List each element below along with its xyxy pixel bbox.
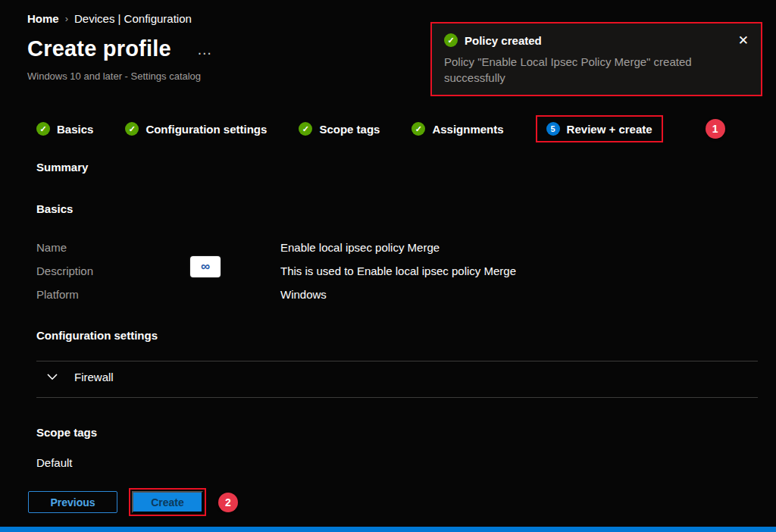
page-subtitle: Windows 10 and later - Settings catalog [27,70,201,82]
annotation-badge-1: 1 [706,119,725,139]
breadcrumb-devices-configuration[interactable]: Devices | Configuration [74,12,192,25]
tab-review-create-label: Review + create [567,123,652,136]
divider [36,397,758,398]
breadcrumb-home[interactable]: Home [27,12,59,25]
tab-configuration-settings[interactable]: ✓ Configuration settings [125,122,267,136]
scope-tag-default-value: Default [36,456,73,469]
configuration-settings-heading: Configuration settings [36,329,158,342]
toast-title: Policy created [465,34,542,47]
annotation-badge-2: 2 [218,493,238,512]
page-title: Create profile [27,36,171,61]
scope-tags-heading: Scope tags [36,426,97,439]
toast-message: Policy "Enable Local Ipsec Policy Merge"… [444,54,711,86]
firewall-group-label: Firewall [74,371,114,383]
tab-assignments[interactable]: ✓ Assignments [411,122,503,136]
basics-row-name: Name Enable local ipsec policy Merge [36,236,718,259]
tab-assignments-label: Assignments [432,123,503,136]
description-label: Description [36,264,280,277]
wizard-tabs: ✓ Basics ✓ Configuration settings ✓ Scop… [36,115,725,142]
platform-label: Platform [36,288,280,301]
bottom-accent-bar [0,527,776,532]
tab-scope-tags[interactable]: ✓ Scope tags [299,122,380,136]
breadcrumb-separator-icon: › [65,13,68,24]
close-icon[interactable]: ✕ [738,33,749,49]
more-options-icon[interactable]: … [197,41,214,61]
platform-value: Windows [280,288,327,301]
tab-review-create[interactable]: 5 Review + create [536,115,663,142]
tab-configuration-settings-label: Configuration settings [146,123,267,136]
firewall-group-expander[interactable]: Firewall [47,371,114,383]
notification-toast: ✓ Policy created Policy "Enable Local Ip… [430,22,762,96]
chevron-down-icon [47,374,58,380]
summary-heading: Summary [36,161,88,174]
htmd-community-logo: ∞ [190,256,221,277]
create-button-highlight: Create [129,488,206,516]
scope-tags-complete-icon: ✓ [299,122,312,136]
success-check-icon: ✓ [444,33,458,47]
divider [36,361,758,361]
description-value: This is used to Enable local ipsec polic… [280,264,516,277]
previous-button[interactable]: Previous [28,491,117,513]
name-value: Enable local ipsec policy Merge [280,241,440,254]
tab-scope-tags-label: Scope tags [319,123,380,136]
basics-row-description: Description This is used to Enable local… [36,259,718,283]
review-create-step-icon: 5 [546,122,560,136]
create-button[interactable]: Create [132,491,203,513]
tab-basics-label: Basics [57,123,93,136]
name-label: Name [36,241,280,254]
assignments-complete-icon: ✓ [411,122,425,136]
basics-complete-icon: ✓ [36,122,50,136]
basics-heading: Basics [36,202,73,215]
breadcrumb: Home › Devices | Configuration [27,12,192,25]
toast-header: ✓ Policy created [444,33,749,47]
tab-basics[interactable]: ✓ Basics [36,122,93,136]
basics-row-platform: Platform Windows [36,283,718,306]
title-row: Create profile … [27,36,214,61]
configuration-complete-icon: ✓ [125,122,139,136]
create-profile-page: Home › Devices | Configuration Create pr… [0,0,776,532]
basics-rows: Name Enable local ipsec policy Merge Des… [36,236,718,306]
